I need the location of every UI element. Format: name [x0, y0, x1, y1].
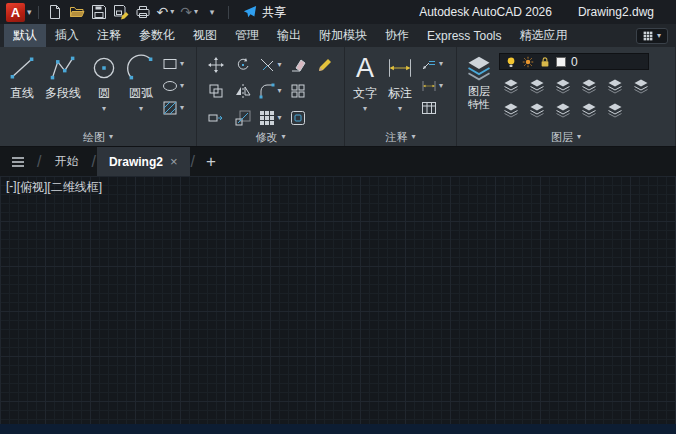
- tab-insert[interactable]: 插入: [46, 24, 88, 47]
- panel-label-annotation[interactable]: 注释 ▾: [345, 128, 456, 146]
- tab-annotate[interactable]: 注释: [88, 24, 130, 47]
- save-button[interactable]: [89, 1, 109, 23]
- rectangle-caret-icon[interactable]: ▾: [180, 60, 184, 68]
- arc-caret-icon[interactable]: ▾: [139, 105, 143, 113]
- plot-button[interactable]: [133, 1, 153, 23]
- layer-properties-tool[interactable]: 图层特性: [462, 52, 496, 113]
- rectangle-tool[interactable]: ▾: [161, 55, 185, 73]
- tab-addins[interactable]: 附加模块: [310, 24, 376, 47]
- layer-match-tool[interactable]: [606, 77, 624, 95]
- hatch-caret-icon[interactable]: ▾: [180, 104, 184, 112]
- layer-freeze-sun-icon[interactable]: [522, 56, 534, 68]
- layer-off-tool[interactable]: [502, 77, 520, 95]
- fillet-caret-icon[interactable]: ▾: [277, 87, 281, 95]
- array-caret-icon[interactable]: ▾: [277, 114, 281, 122]
- ribbon-body: 直线 多段线 圆 ▾ 圆弧 ▾ ▾: [0, 47, 676, 147]
- layer-isolate-tool[interactable]: [528, 77, 546, 95]
- tab-output[interactable]: 输出: [268, 24, 310, 47]
- tab-express-tools[interactable]: Express Tools: [418, 24, 510, 47]
- quick-access-customize-button[interactable]: ▾: [202, 1, 222, 23]
- undo-caret-icon[interactable]: ▾: [170, 8, 174, 16]
- app-menu-caret-icon[interactable]: ▾: [27, 8, 32, 17]
- copy-icon: [208, 83, 224, 99]
- save-as-button[interactable]: [111, 1, 131, 23]
- edit-tool[interactable]: [316, 56, 334, 74]
- arc-label: 圆弧: [129, 85, 153, 102]
- explode-tool[interactable]: [289, 82, 307, 100]
- line-tool[interactable]: 直线: [5, 52, 39, 104]
- multileader-caret-icon[interactable]: ▾: [439, 82, 443, 90]
- new-drawing-tab-button[interactable]: +: [196, 152, 226, 172]
- rotate-tool[interactable]: [234, 56, 252, 74]
- viewport-visual-style-control[interactable]: [二维线框]: [47, 179, 102, 196]
- save-as-icon: [113, 4, 129, 20]
- panel-label-layers[interactable]: 图层 ▾: [457, 128, 675, 146]
- move-tool[interactable]: [207, 56, 225, 74]
- polyline-tool[interactable]: 多段线: [42, 52, 84, 104]
- fillet-tool[interactable]: ▾: [258, 82, 282, 100]
- text-tool[interactable]: A 文字 ▾: [350, 52, 380, 115]
- layer-walk-tool[interactable]: [632, 77, 650, 95]
- layer-selector[interactable]: 0: [499, 53, 649, 70]
- share-button[interactable]: 共享: [243, 4, 286, 21]
- redo-button[interactable]: ↷▾: [178, 1, 200, 23]
- layer-color-swatch[interactable]: [556, 57, 566, 67]
- drawing-area[interactable]: [-] [俯视] [二维线框]: [0, 176, 676, 424]
- layer-lock-icon[interactable]: [539, 56, 551, 68]
- autocad-logo[interactable]: A: [6, 3, 25, 22]
- text-caret-icon[interactable]: ▾: [363, 105, 367, 113]
- dimension-caret-icon[interactable]: ▾: [398, 105, 402, 113]
- tab-start[interactable]: 开始: [42, 147, 90, 176]
- tab-collaborate[interactable]: 协作: [376, 24, 418, 47]
- circle-caret-icon[interactable]: ▾: [102, 105, 106, 113]
- viewport-view-control[interactable]: [俯视]: [17, 179, 48, 196]
- rectangle-icon: [162, 56, 178, 72]
- table-tool[interactable]: [420, 99, 444, 117]
- array-tool[interactable]: ▾: [258, 109, 282, 127]
- layer-on-bulb-icon[interactable]: [505, 56, 517, 68]
- close-tab-icon[interactable]: ×: [170, 154, 178, 169]
- bottom-bar: [0, 424, 676, 434]
- panel-label-modify[interactable]: 修改 ▾: [197, 128, 344, 146]
- mirror-tool[interactable]: [234, 82, 252, 100]
- redo-caret-icon[interactable]: ▾: [194, 8, 198, 16]
- layer-delete-tool[interactable]: [580, 101, 598, 119]
- ellipse-tool[interactable]: ▾: [161, 77, 185, 95]
- open-file-button[interactable]: [67, 1, 87, 23]
- scale-tool[interactable]: [234, 109, 252, 127]
- panel-label-draw[interactable]: 绘图 ▾: [0, 128, 196, 146]
- tab-parametric[interactable]: 参数化: [130, 24, 184, 47]
- viewport-minimize-control[interactable]: [-]: [6, 179, 17, 196]
- new-file-button[interactable]: [45, 1, 65, 23]
- ellipse-caret-icon[interactable]: ▾: [180, 82, 184, 90]
- layer-unlock-tool[interactable]: [606, 101, 624, 119]
- tab-featured-apps[interactable]: 精选应用: [510, 24, 576, 47]
- trim-tool[interactable]: ▾: [258, 56, 282, 74]
- stretch-tool[interactable]: [207, 109, 225, 127]
- leader-tool[interactable]: ▾: [420, 55, 444, 73]
- hatch-tool[interactable]: ▾: [161, 99, 185, 117]
- layer-properties-label: 图层特性: [465, 85, 493, 111]
- copy-tool[interactable]: [207, 82, 225, 100]
- file-tabs-menu-button[interactable]: [0, 147, 36, 176]
- circle-tool[interactable]: 圆 ▾: [87, 52, 121, 115]
- offset-tool[interactable]: [289, 109, 307, 127]
- erase-tool[interactable]: [289, 56, 307, 74]
- multileader-tool[interactable]: ▾: [420, 77, 444, 95]
- tab-manage[interactable]: 管理: [226, 24, 268, 47]
- layer-state-tool[interactable]: [528, 101, 546, 119]
- leader-caret-icon[interactable]: ▾: [439, 60, 443, 68]
- tab-home[interactable]: 默认: [4, 24, 46, 47]
- undo-button[interactable]: ↶▾: [155, 1, 177, 23]
- tab-view[interactable]: 视图: [184, 24, 226, 47]
- layer-merge-tool[interactable]: [554, 101, 572, 119]
- trim-caret-icon[interactable]: ▾: [277, 61, 281, 69]
- table-icon: [421, 100, 437, 116]
- layer-freeze-tool[interactable]: [554, 77, 572, 95]
- layer-lock-tool[interactable]: [580, 77, 598, 95]
- dimension-tool[interactable]: 标注 ▾: [383, 52, 417, 115]
- layer-previous-tool[interactable]: [502, 101, 520, 119]
- ribbon-display-toggle[interactable]: ▾: [636, 28, 668, 44]
- tab-drawing2[interactable]: Drawing2 ×: [97, 147, 190, 176]
- arc-tool[interactable]: 圆弧 ▾: [124, 52, 158, 115]
